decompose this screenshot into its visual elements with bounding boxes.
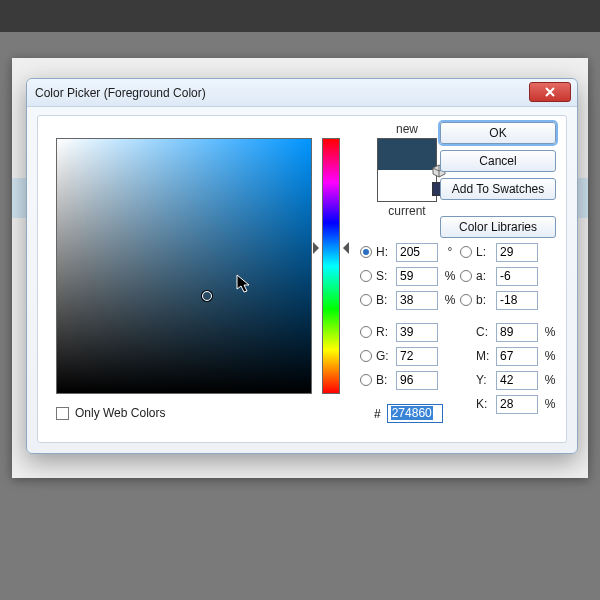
web-colors-label: Only Web Colors xyxy=(75,406,165,420)
radio-bl[interactable] xyxy=(360,374,372,386)
input-y[interactable] xyxy=(496,371,538,390)
input-c[interactable] xyxy=(496,323,538,342)
web-colors-checkbox[interactable] xyxy=(56,407,69,420)
app-topbar xyxy=(0,0,600,32)
sv-marker[interactable] xyxy=(202,291,212,301)
color-picker-dialog: Color Picker (Foreground Color) new curr… xyxy=(26,78,578,454)
cancel-button[interactable]: Cancel xyxy=(440,150,556,172)
color-fields: H: ° L: S: % a: xyxy=(360,240,566,416)
unit-m: % xyxy=(542,349,558,363)
label-bl: B: xyxy=(376,373,396,387)
label-h: H: xyxy=(376,245,396,259)
label-y: Y: xyxy=(476,373,496,387)
web-colors-option[interactable]: Only Web Colors xyxy=(56,406,165,420)
unit-s: % xyxy=(442,269,458,283)
color-libraries-button[interactable]: Color Libraries xyxy=(440,216,556,238)
radio-l[interactable] xyxy=(460,246,472,258)
close-icon xyxy=(544,87,556,97)
input-a[interactable] xyxy=(496,267,538,286)
button-column: OK Cancel Add To Swatches Color Librarie… xyxy=(440,122,556,238)
add-swatches-label: Add To Swatches xyxy=(452,182,545,196)
hex-input[interactable]: 274860 xyxy=(387,404,443,423)
current-color-swatch[interactable] xyxy=(378,170,436,201)
input-bl[interactable] xyxy=(396,371,438,390)
label-bb: b: xyxy=(476,293,496,307)
label-k: K: xyxy=(476,397,496,411)
label-r: R: xyxy=(376,325,396,339)
ok-label: OK xyxy=(489,126,506,140)
radio-b[interactable] xyxy=(360,294,372,306)
cancel-label: Cancel xyxy=(479,154,516,168)
radio-r[interactable] xyxy=(360,326,372,338)
label-s: S: xyxy=(376,269,396,283)
unit-k: % xyxy=(542,397,558,411)
hex-row: # 274860 xyxy=(374,404,443,423)
unit-y: % xyxy=(542,373,558,387)
hex-value: 274860 xyxy=(391,406,433,420)
unit-h: ° xyxy=(442,245,458,259)
unit-c: % xyxy=(542,325,558,339)
input-k[interactable] xyxy=(496,395,538,414)
unit-b: % xyxy=(442,293,458,307)
radio-g[interactable] xyxy=(360,350,372,362)
label-g: G: xyxy=(376,349,396,363)
hue-strip[interactable] xyxy=(322,138,340,394)
radio-s[interactable] xyxy=(360,270,372,282)
input-m[interactable] xyxy=(496,347,538,366)
hex-hash: # xyxy=(374,407,381,421)
label-m: M: xyxy=(476,349,496,363)
input-g[interactable] xyxy=(396,347,438,366)
close-button[interactable] xyxy=(529,82,571,102)
radio-a[interactable] xyxy=(460,270,472,282)
dialog-content: new current OK Cancel Add To Swatches Co… xyxy=(37,115,567,443)
input-s[interactable] xyxy=(396,267,438,286)
titlebar[interactable]: Color Picker (Foreground Color) xyxy=(27,79,577,107)
saturation-value-field[interactable] xyxy=(56,138,312,394)
label-c: C: xyxy=(476,325,496,339)
label-l: L: xyxy=(476,245,496,259)
swatch-box xyxy=(377,138,437,202)
radio-bb[interactable] xyxy=(460,294,472,306)
input-b[interactable] xyxy=(396,291,438,310)
libraries-label: Color Libraries xyxy=(459,220,537,234)
input-bb[interactable] xyxy=(496,291,538,310)
input-h[interactable] xyxy=(396,243,438,262)
label-a: a: xyxy=(476,269,496,283)
add-swatches-button[interactable]: Add To Swatches xyxy=(440,178,556,200)
input-r[interactable] xyxy=(396,323,438,342)
label-b: B: xyxy=(376,293,396,307)
radio-h[interactable] xyxy=(360,246,372,258)
dialog-title: Color Picker (Foreground Color) xyxy=(35,86,206,100)
new-color-swatch[interactable] xyxy=(378,139,436,170)
ok-button[interactable]: OK xyxy=(440,122,556,144)
input-l[interactable] xyxy=(496,243,538,262)
